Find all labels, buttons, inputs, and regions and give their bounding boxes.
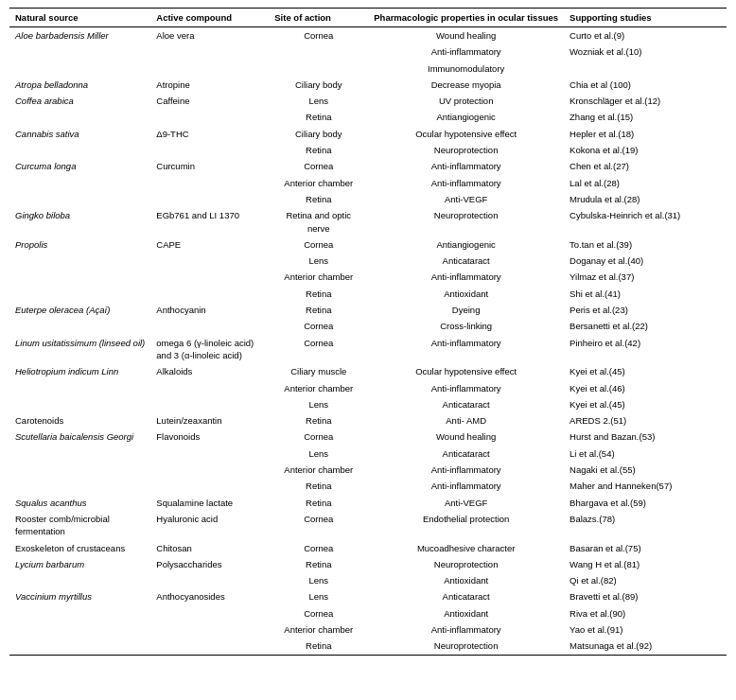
cell-active-compound: Aloe vera <box>150 27 269 44</box>
cell-active-compound <box>150 446 269 462</box>
cell-site-of-action: Retina <box>269 495 368 511</box>
cell-supporting-studies: Peris et al.(23) <box>564 302 727 318</box>
cell-site-of-action: Lens <box>269 446 368 462</box>
cell-supporting-studies: Lal et al.(28) <box>564 175 727 191</box>
cell-active-compound: Anthocyanosides <box>150 588 269 604</box>
cell-natural-source: Exoskeleton of crustaceans <box>9 540 150 556</box>
cell-natural-source: Linum usitatissimum (linseed oil) <box>9 335 150 364</box>
table-row: Curcuma longaCurcuminCorneaAnti-inflamma… <box>9 158 727 174</box>
cell-pharmacologic-properties: Anti-VEGF <box>368 495 564 511</box>
cell-supporting-studies: Cybulska-Heinrich et al.(31) <box>564 207 727 236</box>
cell-site-of-action: Retina <box>269 478 368 494</box>
cell-pharmacologic-properties: Anticataract <box>368 253 564 269</box>
cell-pharmacologic-properties: Decrease myopia <box>368 77 564 93</box>
cell-natural-source <box>9 572 150 588</box>
cell-supporting-studies: Maher and Hanneken(57) <box>564 478 727 494</box>
cell-natural-source <box>9 253 150 269</box>
cell-site-of-action: Ciliary body <box>269 77 368 93</box>
table-row: Cannabis sativaΔ9-THCCiliary bodyOcular … <box>9 126 727 142</box>
cell-supporting-studies: To.tan et al.(39) <box>564 236 727 253</box>
cell-pharmacologic-properties: Anticataract <box>368 446 564 462</box>
cell-pharmacologic-properties: Ocular hypotensive effect <box>368 126 564 142</box>
cell-supporting-studies: Hepler et al.(18) <box>564 126 727 142</box>
table-row: RetinaNeuroprotectionKokona et al.(19) <box>9 142 727 158</box>
cell-active-compound <box>150 191 269 207</box>
cell-natural-source: Aloe barbadensis Miller <box>9 27 150 44</box>
cell-active-compound <box>150 605 269 621</box>
cell-active-compound: Caffeine <box>150 93 269 109</box>
table-row: Euterpe oleracea (Açaí)AnthocyaninRetina… <box>9 302 727 318</box>
cell-natural-source: Heliotropium indicum Linn <box>9 363 150 379</box>
table-row: Gingko bilobaEGb761 and LI 1370Retina an… <box>9 207 727 236</box>
cell-pharmacologic-properties: Anti-inflammatory <box>368 462 564 478</box>
cell-pharmacologic-properties: Immunomodulatory <box>368 61 564 77</box>
cell-supporting-studies: Wang H et al.(81) <box>564 556 727 572</box>
cell-natural-source <box>9 44 150 60</box>
data-table: Natural source Active compound Site of a… <box>9 8 727 656</box>
cell-supporting-studies: Bhargava et al.(59) <box>564 495 727 511</box>
table-row: CarotenoidsLutein/zeaxantinRetinaAnti- A… <box>9 412 727 429</box>
cell-site-of-action: Anterior chamber <box>269 621 368 638</box>
table-row: Linum usitatissimum (linseed oil)omega 6… <box>9 335 727 364</box>
cell-active-compound <box>150 638 269 655</box>
header-supporting-studies: Supporting studies <box>564 9 727 27</box>
table-row: Immunomodulatory <box>9 61 727 77</box>
cell-active-compound: Flavonoids <box>150 429 269 445</box>
cell-site-of-action: Cornea <box>269 236 368 253</box>
cell-natural-source: Squalus acanthus <box>9 495 150 511</box>
cell-active-compound <box>150 286 269 302</box>
cell-active-compound <box>150 269 269 285</box>
table-row: Atropa belladonnaAtropineCiliary bodyDec… <box>9 77 727 93</box>
cell-pharmacologic-properties: Ocular hypotensive effect <box>368 363 564 379</box>
cell-supporting-studies: Kyei et al.(45) <box>564 363 727 379</box>
cell-site-of-action: Lens <box>269 572 368 588</box>
cell-natural-source <box>9 61 150 77</box>
cell-natural-source: Euterpe oleracea (Açaí) <box>9 302 150 318</box>
cell-pharmacologic-properties: Anti-inflammatory <box>368 335 564 364</box>
table-row: CorneaAntioxidantRiva et al.(90) <box>9 605 727 621</box>
cell-active-compound <box>150 253 269 269</box>
cell-site-of-action: Lens <box>269 253 368 269</box>
table-row: LensAnticataractKyei et al.(45) <box>9 396 727 412</box>
cell-pharmacologic-properties: Anticataract <box>368 588 564 604</box>
table-row: Scutellaria baicalensis GeorgiFlavonoids… <box>9 429 727 445</box>
cell-site-of-action: Anterior chamber <box>269 269 368 285</box>
cell-site-of-action: Lens <box>269 93 368 109</box>
cell-supporting-studies: Wozniak et al.(10) <box>564 44 727 60</box>
cell-natural-source: Gingko biloba <box>9 207 150 236</box>
cell-site-of-action: Anterior chamber <box>269 380 368 396</box>
table-row: CorneaCross-linkingBersanetti et al.(22) <box>9 318 727 334</box>
cell-supporting-studies <box>564 61 727 77</box>
table-row: RetinaNeuroprotectionMatsunaga et al.(92… <box>9 638 727 655</box>
cell-pharmacologic-properties: Neuroprotection <box>368 556 564 572</box>
cell-natural-source <box>9 396 150 412</box>
cell-active-compound: Squalamine lactate <box>150 495 269 511</box>
cell-site-of-action: Retina <box>269 302 368 318</box>
cell-natural-source: Propolis <box>9 236 150 253</box>
cell-site-of-action: Cornea <box>269 605 368 621</box>
cell-site-of-action <box>269 61 368 77</box>
cell-pharmacologic-properties: Anti- AMD <box>368 412 564 429</box>
cell-supporting-studies: Li et al.(54) <box>564 446 727 462</box>
cell-pharmacologic-properties: Antioxidant <box>368 605 564 621</box>
cell-pharmacologic-properties: Wound healing <box>368 27 564 44</box>
cell-pharmacologic-properties: Anti-inflammatory <box>368 478 564 494</box>
header-site-of-action: Site of action <box>269 9 368 27</box>
table-row: Aloe barbadensis MillerAloe veraCorneaWo… <box>9 27 727 44</box>
cell-pharmacologic-properties: Dyeing <box>368 302 564 318</box>
cell-pharmacologic-properties: Antioxidant <box>368 572 564 588</box>
cell-site-of-action: Cornea <box>269 511 368 540</box>
cell-pharmacologic-properties: Neuroprotection <box>368 142 564 158</box>
cell-pharmacologic-properties: Anti-inflammatory <box>368 44 564 60</box>
table-row: Coffea arabicaCaffeineLensUV protectionK… <box>9 93 727 109</box>
cell-natural-source: Vaccinium myrtillus <box>9 588 150 604</box>
cell-site-of-action: Ciliary muscle <box>269 363 368 379</box>
cell-active-compound <box>150 61 269 77</box>
cell-active-compound <box>150 478 269 494</box>
cell-site-of-action: Retina <box>269 142 368 158</box>
cell-natural-source <box>9 380 150 396</box>
cell-natural-source <box>9 109 150 125</box>
cell-supporting-studies: Zhang et al.(15) <box>564 109 727 125</box>
cell-natural-source <box>9 175 150 191</box>
cell-active-compound <box>150 44 269 60</box>
